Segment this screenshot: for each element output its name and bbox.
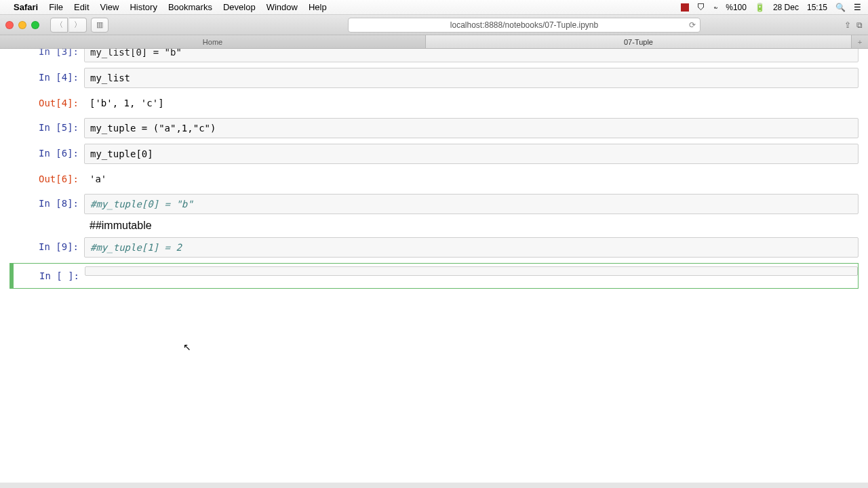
- address-url: localhost:8888/notebooks/07-Tuple.ipynb: [450, 20, 598, 30]
- menu-window[interactable]: Window: [267, 2, 298, 12]
- tab-label: 07-Tuple: [624, 38, 653, 46]
- menu-bookmarks[interactable]: Bookmarks: [168, 2, 212, 12]
- window-controls: [5, 21, 39, 29]
- tab-label: Home: [203, 38, 222, 46]
- macos-menubar: Safari File Edit View History Bookmarks …: [0, 0, 868, 15]
- app-menu[interactable]: Safari: [14, 2, 38, 12]
- spotlight-icon[interactable]: 🔍: [835, 3, 846, 12]
- shield-icon[interactable]: ⛉: [697, 3, 705, 12]
- menu-file[interactable]: File: [49, 2, 63, 12]
- browser-tab-bar: Home 07-Tuple +: [0, 35, 868, 49]
- nav-buttons: 〈 〉: [50, 18, 87, 33]
- battery-percent: %100: [726, 3, 747, 12]
- battery-icon[interactable]: 🔋: [755, 3, 765, 12]
- window-close-button[interactable]: [5, 21, 14, 29]
- address-bar[interactable]: localhost:8888/notebooks/07-Tuple.ipynb …: [348, 18, 701, 33]
- tab-notebook[interactable]: 07-Tuple: [426, 35, 852, 48]
- menu-history[interactable]: History: [130, 2, 157, 12]
- share-icon[interactable]: ⇪: [844, 20, 851, 30]
- menu-develop[interactable]: Develop: [223, 2, 256, 12]
- menu-view[interactable]: View: [100, 2, 119, 12]
- reload-icon[interactable]: ⟳: [689, 20, 696, 30]
- notification-center-icon[interactable]: ☰: [854, 3, 861, 12]
- window-maximize-button[interactable]: [31, 21, 39, 29]
- new-tab-button[interactable]: +: [852, 35, 868, 48]
- menubar-time: 15:15: [807, 3, 827, 12]
- window-minimize-button[interactable]: [18, 21, 26, 29]
- tabs-icon[interactable]: ⧉: [856, 20, 863, 30]
- sidebar-button[interactable]: ▥: [91, 18, 108, 33]
- menubar-date: 28 Dec: [773, 3, 799, 12]
- tab-home[interactable]: Home: [0, 35, 426, 48]
- recording-indicator-icon[interactable]: [681, 3, 689, 12]
- menu-edit[interactable]: Edit: [74, 2, 89, 12]
- browser-toolbar: 〈 〉 ▥ localhost:8888/notebooks/07-Tuple.…: [0, 15, 868, 35]
- back-button[interactable]: 〈: [50, 18, 68, 33]
- wifi-icon[interactable]: ⧜: [713, 3, 717, 12]
- menu-help[interactable]: Help: [309, 2, 327, 12]
- forward-button[interactable]: 〉: [69, 18, 87, 33]
